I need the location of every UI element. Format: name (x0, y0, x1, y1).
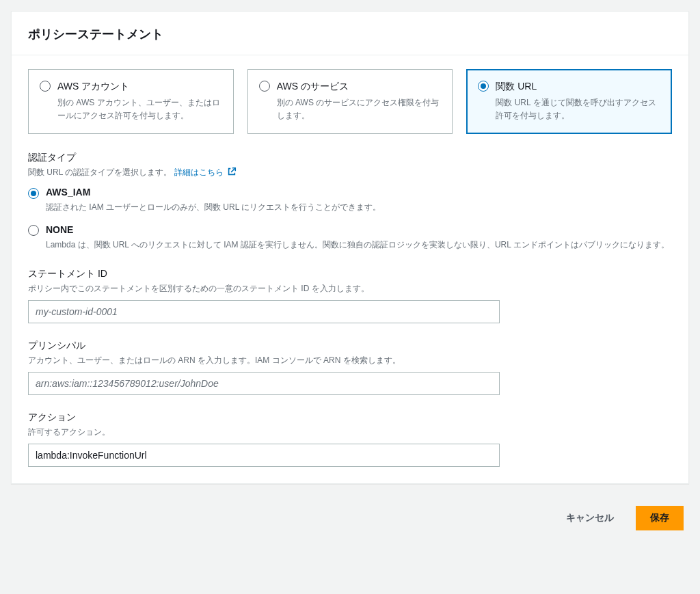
statement-id-title: ステートメント ID (28, 267, 672, 281)
learn-more-link[interactable]: 詳細はこちら (174, 167, 237, 177)
radio-icon (478, 81, 489, 92)
principal-title: プリンシパル (28, 338, 672, 353)
statement-id-input[interactable] (28, 300, 500, 323)
card-desc: 別の AWS のサービスにアクセス権限を付与します。 (277, 96, 442, 122)
action-section: アクション 許可するアクション。 (28, 410, 672, 467)
auth-type-section: 認証タイプ 関数 URL の認証タイプを選択します。 詳細はこちら (28, 150, 672, 251)
card-desc: 関数 URL を通じて関数を呼び出すアクセス許可を付与します。 (496, 96, 660, 122)
principal-input[interactable] (28, 372, 500, 395)
radio-icon (40, 81, 51, 92)
radio-icon (28, 188, 39, 199)
action-input[interactable] (28, 444, 500, 467)
auth-option-label: AWS_IAM (46, 185, 90, 200)
card-aws-service[interactable]: AWS のサービス 別の AWS のサービスにアクセス権限を付与します。 (247, 69, 453, 134)
card-title: AWS アカウント (57, 79, 129, 94)
statement-id-hint: ポリシー内でこのステートメントを区別するための一意のステートメント ID を入力… (28, 282, 672, 295)
panel-title: ポリシーステートメント (28, 25, 672, 44)
card-title: 関数 URL (496, 79, 537, 94)
save-button[interactable]: 保存 (636, 506, 684, 530)
auth-type-hint: 関数 URL の認証タイプを選択します。 詳細はこちら (28, 166, 672, 180)
statement-id-section: ステートメント ID ポリシー内でこのステートメントを区別するための一意のステー… (28, 267, 672, 323)
policy-statement-panel: ポリシーステートメント AWS アカウント 別の AWS アカウント、ユーザー、… (11, 11, 689, 484)
action-hint: 許可するアクション。 (28, 426, 672, 438)
card-desc: 別の AWS アカウント、ユーザー、またはロールにアクセス許可を付与します。 (57, 96, 222, 122)
principal-hint: アカウント、ユーザー、またはロールの ARN を入力します。IAM コンソールで… (28, 354, 672, 366)
panel-body: AWS アカウント 別の AWS アカウント、ユーザー、またはロールにアクセス許… (12, 55, 688, 483)
auth-option-desc: 認証された IAM ユーザーとロールのみが、関数 URL にリクエストを行うこと… (46, 201, 672, 214)
action-title: アクション (28, 410, 672, 424)
external-link-icon (227, 167, 237, 180)
auth-option-none[interactable]: NONE Lambda は、関数 URL へのリクエストに対して IAM 認証を… (28, 223, 672, 252)
cancel-button[interactable]: キャンセル (552, 506, 628, 530)
card-title: AWS のサービス (277, 79, 349, 94)
card-function-url[interactable]: 関数 URL 関数 URL を通じて関数を呼び出すアクセス許可を付与します。 (466, 69, 672, 134)
panel-header: ポリシーステートメント (12, 12, 688, 55)
dialog-footer: キャンセル 保存 (0, 495, 700, 544)
auth-option-desc: Lambda は、関数 URL へのリクエストに対して IAM 認証を実行しませ… (46, 239, 672, 252)
radio-icon (28, 225, 39, 236)
auth-type-title: 認証タイプ (28, 150, 672, 165)
permission-type-cards: AWS アカウント 別の AWS アカウント、ユーザー、またはロールにアクセス許… (28, 69, 672, 134)
auth-option-aws-iam[interactable]: AWS_IAM 認証された IAM ユーザーとロールのみが、関数 URL にリク… (28, 185, 672, 214)
auth-option-label: NONE (46, 223, 73, 237)
card-aws-account[interactable]: AWS アカウント 別の AWS アカウント、ユーザー、またはロールにアクセス許… (28, 69, 234, 134)
radio-icon (259, 81, 270, 92)
principal-section: プリンシパル アカウント、ユーザー、またはロールの ARN を入力します。IAM… (28, 338, 672, 395)
